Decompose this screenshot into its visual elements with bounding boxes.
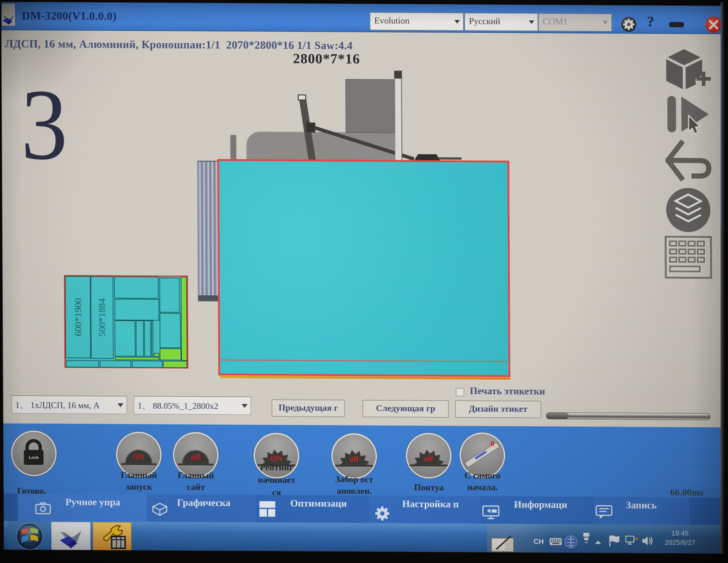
svg-text:0: 0 (491, 440, 494, 448)
svg-text:Lock: Lock (29, 455, 39, 460)
svg-text:off: off (191, 453, 200, 461)
svg-text:off: off (424, 454, 433, 463)
svg-text:ON: ON (133, 452, 144, 461)
svg-text:off: off (350, 454, 359, 463)
